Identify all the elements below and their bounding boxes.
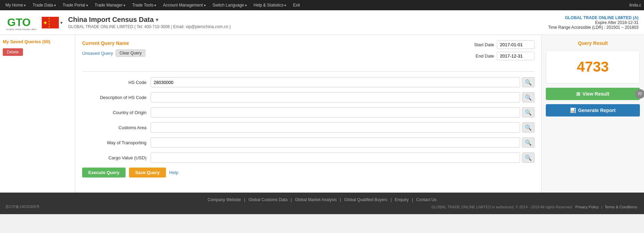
field-input-cargo-value[interactable] bbox=[151, 152, 520, 163]
dataset-title: China Import Census Data bbox=[68, 16, 154, 24]
lookup-button-country-origin[interactable]: 🔍 bbox=[522, 107, 534, 118]
nav-exit[interactable]: Exit bbox=[290, 0, 302, 10]
generate-report-button[interactable]: 📊 Generate Report bbox=[546, 104, 640, 116]
footer-link-global-market[interactable]: Global Market Analysis bbox=[295, 197, 337, 202]
footer-link-company-website[interactable]: Company Website bbox=[207, 197, 241, 202]
top-navigation: My Home ▾ Trade Data ▾ Trade Portal ▾ Tr… bbox=[0, 0, 644, 10]
dates-section: Start Date End Date bbox=[474, 40, 534, 63]
lookup-icon: 🔍 bbox=[525, 155, 532, 161]
logo-area: GTO GLOBAL TRADE ONLINE LIMITED bbox=[5, 13, 36, 32]
account-name: GLOBAL TRADE ONLINE LIMITED (A) bbox=[548, 15, 639, 20]
help-link[interactable]: Help bbox=[169, 170, 179, 175]
user-info: linda.c bbox=[629, 3, 641, 8]
form-row-cargo-value: Cargo Value (USD)🔍 bbox=[82, 152, 534, 163]
form-row-customs-area: Customs Area🔍 bbox=[82, 122, 534, 133]
page-footer: Company Website | Global Customs Data | … bbox=[0, 193, 644, 214]
field-label-hs-code: HS Code bbox=[82, 80, 151, 85]
lookup-icon: 🔍 bbox=[525, 124, 532, 131]
chevron-down-icon: ▾ bbox=[124, 3, 125, 7]
query-fields: HS Code🔍Description of HS Code🔍Country o… bbox=[82, 77, 534, 163]
start-date-input[interactable] bbox=[497, 40, 534, 49]
legal-info: GLOBAL TRADE ONLINE LIMITED is authorize… bbox=[432, 205, 639, 209]
result-panel: Query Result 4733 ⊞ View Result 77 📊 Gen… bbox=[541, 35, 644, 193]
nav-account-management[interactable]: Account Management ▾ bbox=[160, 0, 208, 10]
query-form-area: Current Query Name Unsaved Query Clear Q… bbox=[75, 35, 541, 193]
lookup-button-customs-area[interactable]: 🔍 bbox=[522, 122, 534, 133]
field-input-way-transporting[interactable] bbox=[151, 137, 520, 148]
view-result-button[interactable]: ⊞ View Result bbox=[546, 88, 640, 100]
terms-conditions-link[interactable]: Terms & Conditions bbox=[605, 205, 637, 209]
page-header: GTO GLOBAL TRADE ONLINE LIMITED ★ ★ ★ ★ … bbox=[0, 10, 644, 35]
nav-switch-language[interactable]: Switch Language ▾ bbox=[210, 0, 249, 10]
field-label-country-origin: Country of Origin bbox=[82, 110, 151, 115]
lookup-button-desc-hs-code[interactable]: 🔍 bbox=[522, 92, 534, 102]
nav-trade-tools[interactable]: Trade Tools ▾ bbox=[129, 0, 159, 10]
end-date-input[interactable] bbox=[497, 52, 534, 60]
start-date-row: Start Date bbox=[474, 40, 534, 49]
company-contact: GLOBAL TRADE ONLINE LIMITED ( Tel: 400-7… bbox=[68, 24, 543, 29]
start-date-label: Start Date bbox=[474, 42, 494, 47]
lookup-icon: 🔍 bbox=[525, 94, 532, 101]
current-query-name-label: Current Query Name bbox=[82, 40, 145, 46]
dataset-dropdown-icon[interactable]: ▾ bbox=[156, 16, 158, 23]
footer-link-enquiry[interactable]: Enquiry bbox=[395, 197, 409, 202]
chevron-down-icon: ▾ bbox=[86, 3, 88, 7]
chart-icon: 📊 bbox=[570, 108, 576, 113]
result-box: 4733 bbox=[546, 50, 640, 84]
account-info: GLOBAL TRADE ONLINE LIMITED (A) Expire A… bbox=[548, 15, 639, 30]
save-query-button[interactable]: Save Query bbox=[129, 168, 166, 177]
footer-links: Company Website | Global Customs Data | … bbox=[5, 197, 639, 202]
lookup-button-way-transporting[interactable]: 🔍 bbox=[522, 137, 534, 148]
country-flag-area[interactable]: ★ ★ ★ ★ ★ ▾ bbox=[42, 17, 63, 28]
footer-link-contact-us[interactable]: Contact Us bbox=[416, 197, 436, 202]
field-label-cargo-value: Cargo Value (USD) bbox=[82, 155, 151, 160]
result-badge: 77 bbox=[635, 89, 644, 99]
form-row-way-transporting: Way of Transporting🔍 bbox=[82, 137, 534, 148]
lookup-button-cargo-value[interactable]: 🔍 bbox=[522, 152, 534, 163]
chevron-down-icon: ▾ bbox=[154, 3, 156, 7]
nav-trade-manager[interactable]: Trade Manager ▾ bbox=[92, 0, 128, 10]
field-label-customs-area: Customs Area bbox=[82, 125, 151, 130]
nav-help-statistics[interactable]: Help & Statistics ▾ bbox=[251, 0, 289, 10]
field-input-hs-code[interactable] bbox=[151, 77, 520, 87]
form-row-desc-hs-code: Description of HS Code🔍 bbox=[82, 92, 534, 102]
clear-query-button[interactable]: Clear Query bbox=[116, 49, 145, 57]
view-result-wrapper: ⊞ View Result 77 bbox=[546, 88, 640, 100]
flag-dropdown-icon[interactable]: ▾ bbox=[60, 20, 63, 25]
lookup-icon: 🔍 bbox=[525, 79, 532, 86]
account-expire: Expire After 2018-12-31 bbox=[548, 20, 639, 25]
field-input-customs-area[interactable] bbox=[151, 122, 520, 133]
field-input-desc-hs-code[interactable] bbox=[151, 92, 520, 102]
grid-icon: ⊞ bbox=[576, 91, 580, 97]
chevron-down-icon: ▾ bbox=[284, 3, 286, 7]
account-range: Time Range Accessible (LDR) : 201501 ~ 2… bbox=[548, 25, 639, 30]
footer-link-global-customs[interactable]: Global Customs Data bbox=[248, 197, 287, 202]
sidebar: My Saved Queries (50) Delete bbox=[0, 35, 75, 193]
nav-trade-portal[interactable]: Trade Portal ▾ bbox=[60, 0, 91, 10]
privacy-policy-link[interactable]: Privacy Policy bbox=[575, 205, 598, 209]
delete-button[interactable]: Delete bbox=[3, 48, 23, 56]
dataset-info: China Import Census Data ▾ GLOBAL TRADE … bbox=[68, 16, 543, 29]
result-count: 4733 bbox=[554, 59, 631, 75]
lookup-icon: 🔍 bbox=[525, 139, 532, 146]
query-header-row: Current Query Name Unsaved Query Clear Q… bbox=[82, 40, 534, 72]
query-name-section: Current Query Name Unsaved Query Clear Q… bbox=[82, 40, 145, 57]
footer-link-global-buyers[interactable]: Global Qualified Buyers bbox=[344, 197, 387, 202]
lookup-icon: 🔍 bbox=[525, 109, 532, 116]
form-row-country-origin: Country of Origin🔍 bbox=[82, 107, 534, 118]
action-row: Execute Query Save Query Help bbox=[82, 168, 534, 177]
execute-query-button[interactable]: Execute Query bbox=[82, 168, 126, 177]
field-input-country-origin[interactable] bbox=[151, 107, 520, 118]
chevron-down-icon: ▾ bbox=[204, 3, 206, 7]
nav-trade-data[interactable]: Trade Data ▾ bbox=[30, 0, 59, 10]
chevron-down-icon: ▾ bbox=[245, 3, 247, 7]
svg-text:GTO: GTO bbox=[7, 16, 31, 28]
field-label-desc-hs-code: Description of HS Code bbox=[82, 95, 151, 100]
lookup-button-hs-code[interactable]: 🔍 bbox=[522, 77, 534, 87]
saved-queries-title: My Saved Queries (50) bbox=[3, 39, 72, 44]
company-logo: GTO GLOBAL TRADE ONLINE LIMITED bbox=[5, 13, 36, 32]
unsaved-query-link[interactable]: Unsaved Query bbox=[82, 51, 113, 56]
nav-my-home[interactable]: My Home ▾ bbox=[3, 0, 28, 10]
end-date-label: End Date bbox=[476, 53, 494, 59]
end-date-row: End Date bbox=[476, 52, 534, 60]
